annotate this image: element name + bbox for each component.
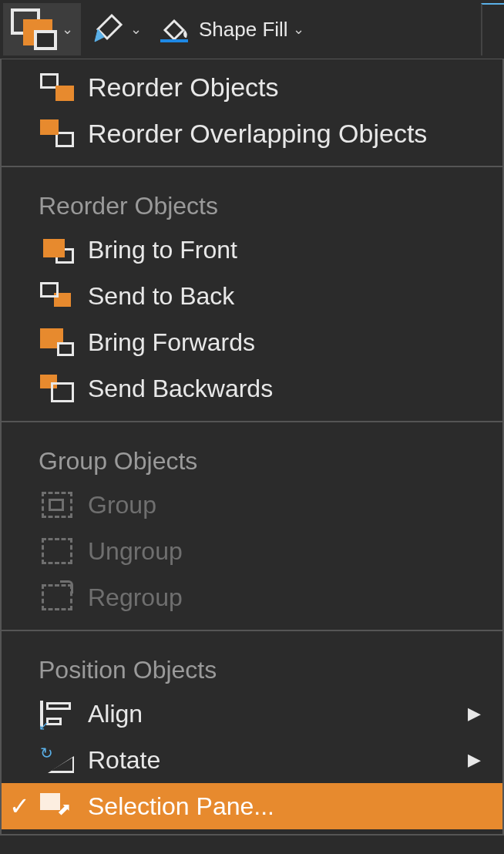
- regroup-icon: [39, 582, 76, 613]
- menu-item-label: Reorder Overlapping Objects: [88, 119, 502, 149]
- menu-separator: [2, 630, 502, 631]
- menu-item-label: Reorder Objects: [88, 72, 502, 103]
- send-backwards-icon: [39, 373, 76, 404]
- section-heading-group: Group Objects: [2, 432, 502, 482]
- chevron-down-icon: ⌄: [130, 21, 142, 38]
- toolbar-overflow-edge[interactable]: [481, 3, 504, 55]
- menu-item-reorder-overlapping[interactable]: Reorder Overlapping Objects: [2, 110, 502, 156]
- menu-item-rotate[interactable]: ↻ Rotate ▶: [2, 737, 502, 783]
- section-heading-position: Position Objects: [2, 640, 502, 691]
- checkmark-icon: ✓: [9, 792, 30, 821]
- menu-item-selection-pane[interactable]: ✓ ⬈ Selection Pane...: [2, 783, 502, 829]
- menu-item-ungroup: Ungroup: [2, 528, 502, 574]
- selection-pane-icon: ⬈: [39, 791, 76, 822]
- arrange-button[interactable]: ⌄: [3, 3, 81, 55]
- menu-item-reorder-objects[interactable]: Reorder Objects: [2, 64, 502, 110]
- menu-item-align[interactable]: ↙ Align ▶: [2, 691, 502, 737]
- menu-separator: [2, 166, 502, 167]
- chevron-down-icon: ⌄: [293, 21, 304, 38]
- menu-item-label: Regroup: [88, 583, 502, 612]
- bring-forwards-icon: [39, 327, 76, 358]
- menu-item-group: Group: [2, 482, 502, 528]
- submenu-arrow-icon: ▶: [468, 704, 481, 724]
- menu-item-label: Ungroup: [88, 537, 502, 566]
- submenu-arrow-icon: ▶: [468, 750, 481, 770]
- menu-item-regroup: Regroup: [2, 574, 502, 620]
- shape-fill-label: Shape Fill: [199, 18, 288, 42]
- menu-item-send-backwards[interactable]: Send Backwards: [2, 365, 502, 412]
- format-painter-button[interactable]: ⌄: [81, 3, 150, 55]
- menu-item-bring-forwards[interactable]: Bring Forwards: [2, 319, 502, 365]
- arrange-icon: [11, 8, 57, 50]
- send-to-back-icon: [39, 281, 76, 311]
- toolbar: ⌄ ⌄ Shape Fill ⌄: [0, 0, 504, 59]
- arrange-dropdown-menu: Reorder Objects Reorder Overlapping Obje…: [0, 59, 504, 836]
- menu-item-send-to-back[interactable]: Send to Back: [2, 273, 502, 319]
- fill-bucket-icon: [157, 16, 191, 42]
- rotate-icon: ↻: [39, 745, 76, 775]
- menu-item-label: Align: [88, 700, 468, 728]
- menu-item-label: Rotate: [88, 746, 468, 775]
- ungroup-icon: [39, 536, 76, 567]
- menu-item-label: Bring Forwards: [88, 328, 502, 357]
- menu-item-label: Selection Pane...: [88, 792, 502, 821]
- brush-icon: [89, 11, 126, 48]
- shape-fill-button[interactable]: Shape Fill ⌄: [150, 3, 312, 55]
- menu-item-label: Bring to Front: [88, 236, 502, 264]
- reorder-icon: [39, 72, 76, 103]
- menu-item-label: Send Backwards: [88, 375, 502, 403]
- reorder-overlapping-icon: [39, 118, 76, 149]
- menu-separator: [2, 421, 502, 422]
- section-heading-reorder: Reorder Objects: [2, 177, 502, 227]
- chevron-down-icon: ⌄: [62, 21, 73, 38]
- menu-item-label: Group: [88, 491, 502, 519]
- bring-to-front-icon: [39, 234, 76, 265]
- menu-item-label: Send to Back: [88, 282, 502, 311]
- menu-item-bring-to-front[interactable]: Bring to Front: [2, 227, 502, 273]
- svg-rect-0: [160, 39, 188, 42]
- align-icon: ↙: [39, 698, 76, 729]
- group-icon: [39, 489, 76, 520]
